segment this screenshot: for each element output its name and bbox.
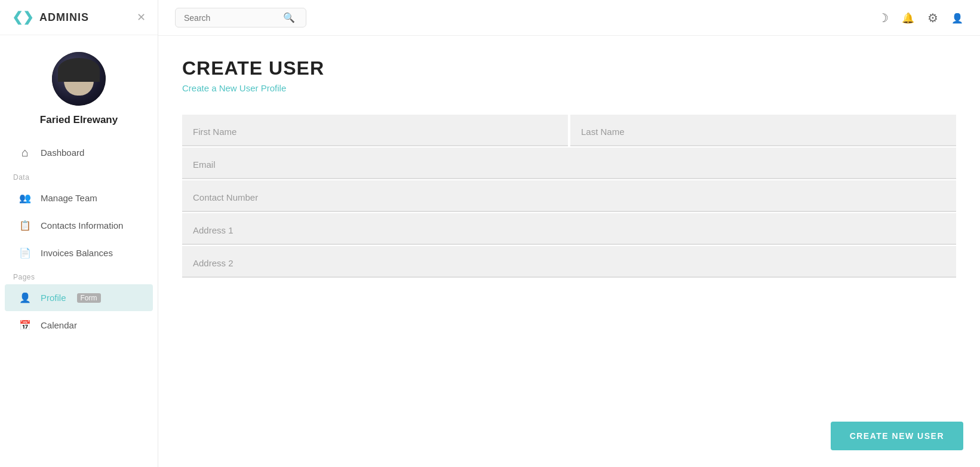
sidebar-item-calendar[interactable]: Calendar <box>5 312 153 339</box>
search-box[interactable]: 🔍 <box>175 8 306 27</box>
sidebar-item-label: Manage Team <box>41 193 97 203</box>
last-name-wrapper <box>570 115 956 146</box>
sidebar-brand: ❮❯ ADMINIS <box>12 10 89 25</box>
moon-icon[interactable] <box>878 11 889 25</box>
page-content: CREATE USER Create a New User Profile <box>158 36 980 467</box>
sidebar-item-invoices-balances[interactable]: Invoices Balances <box>5 239 153 266</box>
create-user-form <box>182 115 956 278</box>
profile-icon <box>18 291 32 304</box>
name-row <box>182 115 956 146</box>
sidebar-profile: Faried Elrewany <box>0 35 158 138</box>
sidebar-item-label: Invoices Balances <box>41 248 113 258</box>
sidebar-nav: Dashboard Data Manage Team Contacts Info… <box>0 138 158 467</box>
bell-icon[interactable] <box>902 11 914 24</box>
page-subtitle: Create a New User Profile <box>182 83 956 93</box>
brand-icon: ❮❯ <box>12 10 33 25</box>
search-icon: 🔍 <box>283 12 295 23</box>
brand-name: ADMINIS <box>39 11 89 24</box>
profile-name: Faried Elrewany <box>40 114 118 126</box>
invoice-icon <box>18 247 32 259</box>
close-icon[interactable]: ✕ <box>137 11 146 24</box>
first-name-field[interactable] <box>182 115 568 146</box>
avatar <box>52 52 106 106</box>
sidebar-item-manage-team[interactable]: Manage Team <box>5 185 153 211</box>
sidebar-item-label: Dashboard <box>41 148 84 158</box>
create-new-user-button[interactable]: CREATE NEW USER <box>831 422 963 450</box>
first-name-wrapper <box>182 115 568 146</box>
email-field[interactable] <box>182 148 956 179</box>
people-icon <box>18 192 32 204</box>
sidebar-item-dashboard[interactable]: Dashboard <box>5 139 153 167</box>
form-tag: Form <box>77 293 101 303</box>
last-name-field[interactable] <box>570 115 956 146</box>
topbar-icons <box>878 11 963 25</box>
calendar-icon <box>18 319 32 331</box>
sidebar: ❮❯ ADMINIS ✕ Faried Elrewany Dashboard D… <box>0 0 158 467</box>
search-input[interactable] <box>184 13 279 23</box>
data-section-label: Data <box>0 167 158 184</box>
topbar: 🔍 <box>158 0 980 36</box>
sidebar-item-profile-form[interactable]: Profile Form <box>5 284 153 311</box>
home-icon <box>18 146 32 159</box>
page-title: CREATE USER <box>182 57 956 79</box>
contact-number-field[interactable] <box>182 180 956 212</box>
gear-icon[interactable] <box>927 11 938 25</box>
main-content: 🔍 CREATE USER Create a New User Profile <box>158 0 980 467</box>
user-icon[interactable] <box>951 11 963 24</box>
sidebar-item-label: Profile <box>41 293 66 303</box>
sidebar-item-label: Contacts Information <box>41 220 123 231</box>
sidebar-item-contacts-information[interactable]: Contacts Information <box>5 212 153 239</box>
avatar-image <box>52 52 106 106</box>
pages-section-label: Pages <box>0 267 158 284</box>
contact-icon <box>18 219 32 232</box>
sidebar-item-label: Calendar <box>41 320 77 330</box>
address2-field[interactable] <box>182 246 956 278</box>
address1-field[interactable] <box>182 213 956 245</box>
sidebar-header: ❮❯ ADMINIS ✕ <box>0 0 158 35</box>
